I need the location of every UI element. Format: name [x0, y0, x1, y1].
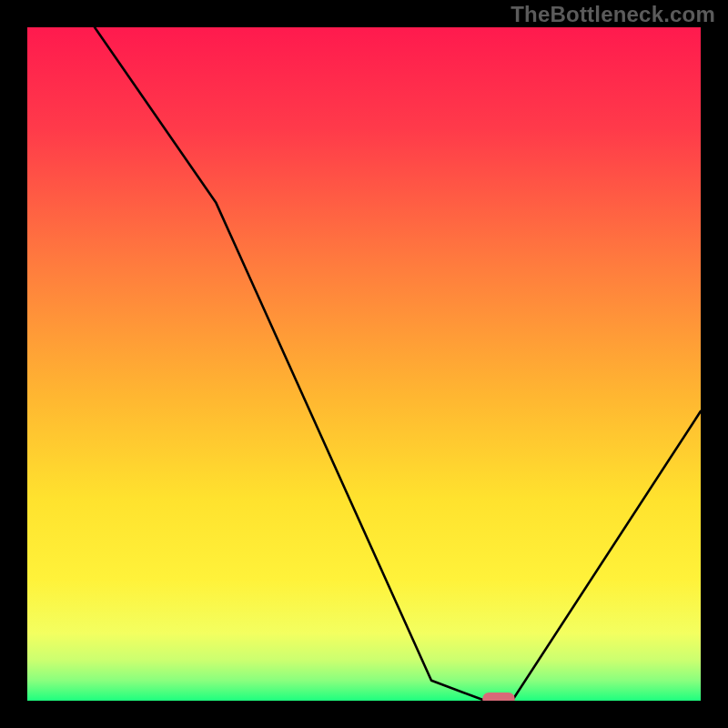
optimum-pill	[482, 693, 515, 701]
plot-svg	[27, 27, 701, 701]
watermark-text: TheBottleneck.com	[511, 2, 715, 27]
plot-area	[27, 27, 701, 701]
chart-root: TheBottleneck.com	[0, 0, 728, 728]
gradient-background	[27, 27, 701, 701]
